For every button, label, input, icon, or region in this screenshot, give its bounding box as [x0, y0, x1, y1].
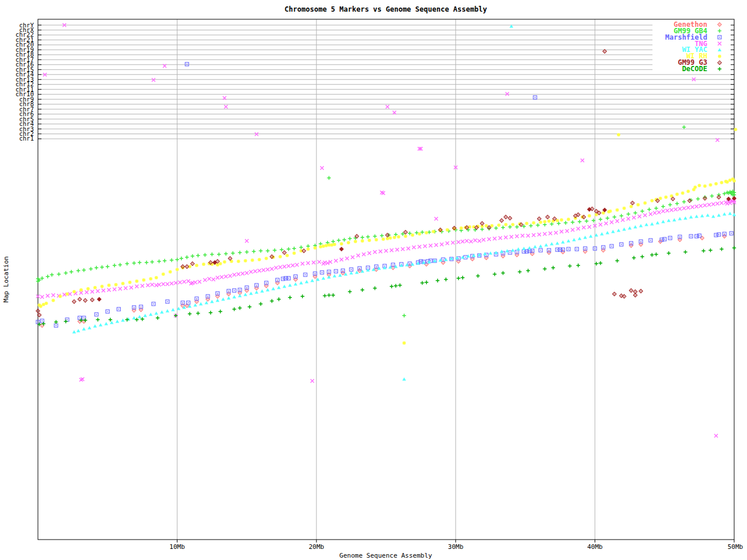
axis-labels: Chromosome 5 Markers vs Genome Sequence …	[2, 5, 743, 559]
x-tick-label: 50Mb	[728, 543, 743, 551]
chart-figure: Chromosome 5 Markers vs Genome Sequence …	[0, 0, 747, 560]
chromosome-row-label: chr1	[19, 135, 34, 142]
x-tick-label: 10Mb	[169, 543, 185, 551]
chart-title: Chromosome 5 Markers vs Genome Sequence …	[285, 5, 487, 13]
x-tick-label: 20Mb	[309, 543, 324, 551]
series-tng	[36, 23, 736, 438]
scatter-plot: Chromosome 5 Markers vs Genome Sequence …	[0, 0, 747, 560]
series-wi_yac	[72, 24, 736, 380]
series-wi_rh	[37, 128, 737, 345]
x-tick-label: 40Mb	[587, 543, 603, 551]
x-axis-label: Genome Sequence Assembly	[340, 552, 432, 559]
gridlines	[38, 19, 734, 540]
plot-border	[38, 19, 734, 540]
x-tick-label: 30Mb	[448, 543, 464, 551]
y-axis-label: Map Location	[2, 256, 10, 302]
data-points	[36, 23, 738, 438]
legend-label: DeCODE	[682, 65, 707, 73]
